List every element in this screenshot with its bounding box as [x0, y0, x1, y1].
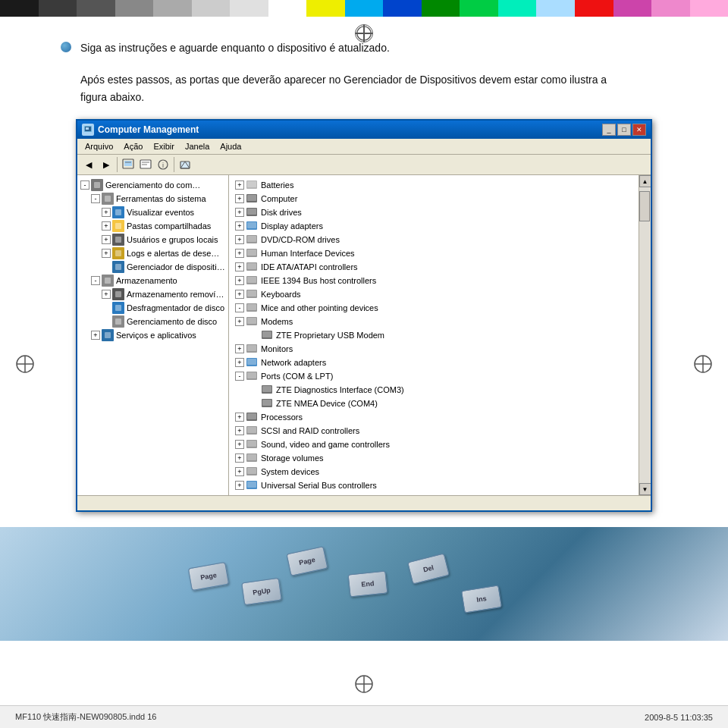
tree-expand-11[interactable]: +	[91, 331, 100, 340]
tree-icon-folder	[112, 220, 124, 232]
device-item-19[interactable]: + Sound, video and game controllers	[232, 438, 635, 451]
tree-item-6[interactable]: Gerenciador de dispositivos	[77, 260, 228, 274]
window-title: Computer Management	[98, 124, 199, 135]
tree-item-11[interactable]: +Serviços e aplicativos	[77, 328, 228, 342]
device-item-17[interactable]: + Processors	[232, 410, 635, 424]
tree-item-2[interactable]: +Visualizar eventos	[77, 206, 228, 219]
device-item-10[interactable]: + Modems	[232, 315, 635, 328]
tree-expand-5[interactable]: +	[102, 249, 111, 258]
device-expand-13[interactable]: +	[235, 358, 244, 367]
tree-expand-1[interactable]: -	[91, 194, 100, 203]
tree-label-8: Armazenamento removível	[127, 290, 225, 299]
menu-item-ação[interactable]: Ação	[119, 140, 147, 152]
device-expand-2[interactable]: +	[235, 208, 244, 217]
device-item-18[interactable]: + SCSI and RAID controllers	[232, 424, 635, 438]
tree-item-3[interactable]: +Pastas compartilhadas	[77, 219, 228, 233]
tree-item-0[interactable]: -Gerenciamento do computador (local)	[77, 178, 228, 192]
menu-item-ajuda[interactable]: Ajuda	[215, 140, 246, 152]
device-expand-5[interactable]: +	[235, 249, 244, 258]
svg-rect-24	[115, 209, 121, 215]
device-icon-6	[246, 261, 258, 273]
device-expand-1[interactable]: +	[235, 194, 244, 203]
device-icon-17	[246, 411, 258, 423]
device-item-15[interactable]: ZTE Diagnostics Interface (COM3)	[232, 383, 635, 397]
close-button[interactable]: ✕	[632, 124, 646, 136]
tree-expand-3[interactable]: +	[102, 221, 111, 231]
color-bar-segment-13	[498, 0, 537, 17]
device-item-6[interactable]: + IDE ATA/ATAPI controllers	[232, 260, 635, 274]
device-item-0[interactable]: + Batteries	[232, 178, 635, 192]
tree-item-1[interactable]: -Ferramentas do sistema	[77, 192, 228, 206]
tree-expand-8[interactable]: +	[102, 290, 111, 299]
device-item-8[interactable]: + Keyboards	[232, 287, 635, 301]
device-item-14[interactable]: - Ports (COM & LPT)	[232, 369, 635, 383]
device-item-22[interactable]: + Universal Serial Bus controllers	[232, 479, 635, 492]
scrollbar-track[interactable]	[639, 187, 651, 483]
device-expand-3[interactable]: +	[235, 221, 244, 231]
tree-expand-0[interactable]: -	[80, 180, 89, 190]
device-item-2[interactable]: + Disk drives	[232, 206, 635, 219]
tree-item-4[interactable]: +Usuários e grupos locais	[77, 233, 228, 246]
tree-item-10[interactable]: Gerenciamento de disco	[77, 315, 228, 328]
restore-button[interactable]: □	[617, 124, 631, 136]
device-expand-18[interactable]: +	[235, 426, 244, 435]
svg-rect-22	[94, 182, 100, 188]
toolbar-btn-4[interactable]	[177, 156, 193, 173]
device-expand-20[interactable]: +	[235, 453, 244, 463]
tree-expand-7[interactable]: -	[91, 276, 100, 285]
tree-expand-2[interactable]: +	[102, 208, 111, 217]
footer-left: MF110 快速指南-NEW090805.indd 16	[15, 711, 156, 723]
menu-item-arquivo[interactable]: Arquivo	[80, 140, 118, 152]
device-item-20[interactable]: + Storage volumes	[232, 451, 635, 465]
device-item-4[interactable]: + DVD/CD-ROM drives	[232, 233, 635, 246]
device-expand-8[interactable]: +	[235, 290, 244, 299]
toolbar-btn-1[interactable]	[120, 156, 136, 173]
svg-rect-63	[247, 372, 256, 378]
key-ins: Ins	[461, 585, 502, 613]
device-expand-21[interactable]: +	[235, 467, 244, 476]
device-expand-10[interactable]: +	[235, 317, 244, 326]
device-expand-14[interactable]: -	[235, 372, 244, 381]
tree-item-7[interactable]: -Armazenamento	[77, 274, 228, 287]
device-expand-17[interactable]: +	[235, 413, 244, 422]
menu-item-exibir[interactable]: Exibir	[149, 140, 179, 152]
device-expand-4[interactable]: +	[235, 235, 244, 244]
minimize-button[interactable]: _	[602, 124, 616, 136]
tree-item-8[interactable]: +Armazenamento removível	[77, 287, 228, 301]
scrollbar[interactable]: ▲ ▼	[639, 175, 651, 495]
device-item-16[interactable]: ZTE NMEA Device (COM4)	[232, 397, 635, 410]
device-item-11[interactable]: ZTE Proprietary USB Modem	[232, 328, 635, 342]
tree-item-9[interactable]: Desfragmentador de disco	[77, 301, 228, 315]
toolbar-btn-2[interactable]	[137, 156, 154, 173]
color-bar-segment-1	[39, 0, 77, 17]
device-item-9[interactable]: - Mice and other pointing devices	[232, 301, 635, 315]
device-item-21[interactable]: + System devices	[232, 465, 635, 479]
device-item-7[interactable]: + IEEE 1394 Bus host controllers	[232, 274, 635, 287]
scroll-down-button[interactable]: ▼	[639, 483, 651, 495]
device-expand-0[interactable]: +	[235, 180, 244, 190]
device-item-3[interactable]: + Display adapters	[232, 219, 635, 233]
device-item-13[interactable]: + Network adapters	[232, 356, 635, 369]
device-label-13: Network adapters	[261, 358, 326, 367]
device-expand-19[interactable]: +	[235, 440, 244, 449]
device-label-14: Ports (COM & LPT)	[261, 372, 333, 381]
device-expand-9[interactable]: -	[235, 303, 244, 312]
tree-item-5[interactable]: +Logs e alertas de desempenho	[77, 246, 228, 260]
toolbar-btn-3[interactable]: i	[155, 156, 171, 173]
svg-rect-20	[180, 162, 190, 168]
back-button[interactable]: ◀	[80, 156, 97, 173]
scrollbar-thumb[interactable]	[639, 191, 650, 221]
color-bar-segment-4	[153, 0, 192, 17]
menu-item-janela[interactable]: Janela	[180, 140, 214, 152]
device-expand-7[interactable]: +	[235, 276, 244, 285]
tree-expand-4[interactable]: +	[102, 235, 111, 244]
device-icon-5	[246, 247, 258, 259]
forward-button[interactable]: ▶	[98, 156, 115, 173]
device-item-1[interactable]: + Computer	[232, 192, 635, 206]
device-expand-22[interactable]: +	[235, 481, 244, 490]
device-item-12[interactable]: + Monitors	[232, 342, 635, 356]
scroll-up-button[interactable]: ▲	[639, 175, 651, 187]
device-expand-6[interactable]: +	[235, 262, 244, 271]
device-item-5[interactable]: + Human Interface Devices	[232, 246, 635, 260]
device-expand-12[interactable]: +	[235, 344, 244, 353]
